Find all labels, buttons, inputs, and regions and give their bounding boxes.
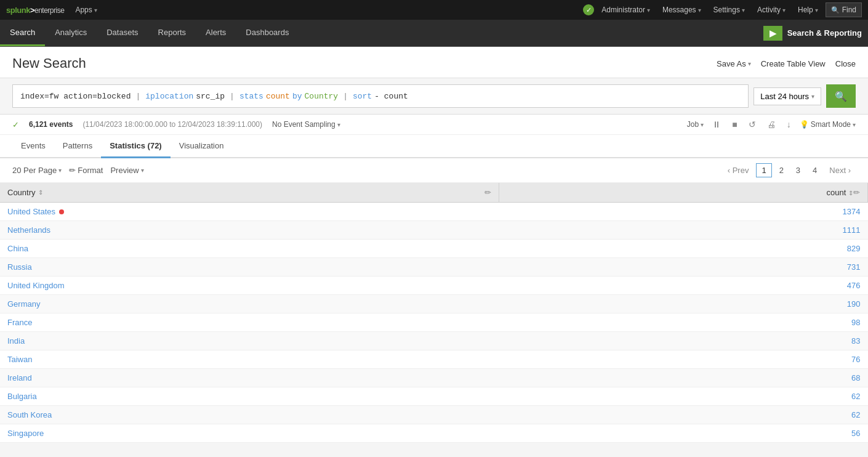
- count-cell: 731: [499, 258, 868, 277]
- find-input[interactable]: 🔍 Find: [826, 2, 862, 17]
- country-cell[interactable]: China: [0, 240, 499, 258]
- country-cell[interactable]: France: [0, 313, 499, 332]
- activity-menu[interactable]: Activity ▾: [752, 0, 790, 20]
- count-cell: 62: [499, 406, 868, 424]
- country-cell[interactable]: South Korea: [0, 406, 499, 424]
- splunk-logo: splunk>enterprise: [6, 6, 64, 15]
- save-as-button[interactable]: Save As ▾: [717, 59, 751, 68]
- status-checkmark: ✓: [12, 120, 19, 129]
- status-indicator: ✓: [583, 4, 594, 15]
- table-row: Russia731: [0, 258, 868, 277]
- count-cell: 56: [499, 424, 868, 443]
- count-cell: 1111: [499, 221, 868, 240]
- country-column-edit-icon[interactable]: ✏: [484, 188, 491, 197]
- status-bar: ✓ 6,121 events (11/04/2023 18:00:00.000 …: [0, 115, 868, 135]
- nav-reports[interactable]: Reports: [148, 20, 196, 46]
- count-column-edit-icon[interactable]: ✏: [853, 188, 860, 197]
- stop-button[interactable]: ■: [729, 118, 739, 131]
- page-1-button[interactable]: 1: [756, 163, 771, 177]
- table-header-row: Country ⇕ ✏ ✏ count ⇕: [0, 183, 868, 203]
- event-time-range: (11/04/2023 18:00:00.000 to 12/04/2023 1…: [82, 120, 262, 129]
- close-button[interactable]: Close: [835, 59, 856, 68]
- data-table: Country ⇕ ✏ ✏ count ⇕ United States1374N…: [0, 183, 868, 443]
- table-row: Germany190: [0, 295, 868, 313]
- country-cell[interactable]: Ireland: [0, 369, 499, 387]
- messages-menu[interactable]: Messages ▾: [657, 0, 706, 20]
- count-cell: 98: [499, 313, 868, 332]
- event-count: 6,121 events: [29, 120, 73, 129]
- count-cell: 1374: [499, 203, 868, 221]
- country-cell[interactable]: Netherlands: [0, 221, 499, 240]
- table-row: United Kingdom476: [0, 277, 868, 295]
- second-nav-right: ▶ Search & Reporting: [763, 20, 868, 46]
- time-picker[interactable]: Last 24 hours ▾: [753, 87, 821, 105]
- table-row: Taiwan76: [0, 350, 868, 369]
- status-right: Job ▾ ⏸ ■ ↺ 🖨 ↓ 💡 Smart Mode ▾: [687, 118, 856, 131]
- event-sampling-button[interactable]: No Event Sampling ▾: [272, 120, 340, 129]
- nav-alerts[interactable]: Alerts: [196, 20, 236, 46]
- column-header-count[interactable]: ✏ count ⇕: [499, 183, 868, 203]
- format-button[interactable]: ✏ Format: [69, 166, 103, 175]
- prev-page-button[interactable]: ‹ Prev: [723, 164, 754, 177]
- count-cell: 190: [499, 295, 868, 313]
- count-cell: 68: [499, 369, 868, 387]
- help-menu[interactable]: Help ▾: [793, 0, 823, 20]
- country-cell[interactable]: India: [0, 332, 499, 350]
- country-cell[interactable]: Germany: [0, 295, 499, 313]
- table-controls: 20 Per Page ▾ ✏ Format Preview ▾ ‹ Prev …: [0, 158, 868, 183]
- per-page-button[interactable]: 20 Per Page ▾: [12, 166, 62, 175]
- smart-mode-button[interactable]: 💡 Smart Mode ▾: [800, 120, 856, 129]
- export-button[interactable]: ↓: [784, 118, 794, 131]
- nav-search[interactable]: Search: [0, 20, 45, 46]
- count-cell: 76: [499, 350, 868, 369]
- country-cell[interactable]: Russia: [0, 258, 499, 277]
- table-row: South Korea62: [0, 406, 868, 424]
- settings-menu[interactable]: Settings ▾: [709, 0, 750, 20]
- job-button[interactable]: Job ▾: [687, 120, 704, 129]
- refresh-button[interactable]: ↺: [746, 118, 758, 131]
- print-button[interactable]: 🖨: [765, 118, 778, 131]
- table-row: France98: [0, 313, 868, 332]
- create-table-view-button[interactable]: Create Table View: [761, 59, 826, 68]
- tab-statistics[interactable]: Statistics (72): [101, 135, 171, 158]
- tab-events[interactable]: Events: [12, 135, 54, 158]
- country-cell[interactable]: Bulgaria: [0, 387, 499, 406]
- country-cell[interactable]: United Kingdom: [0, 277, 499, 295]
- apps-menu[interactable]: Apps ▾: [69, 0, 103, 20]
- country-cell[interactable]: United States: [0, 203, 499, 221]
- tab-patterns[interactable]: Patterns: [54, 135, 101, 158]
- table-row: Netherlands1111: [0, 221, 868, 240]
- nav-analytics[interactable]: Analytics: [45, 20, 97, 46]
- preview-button[interactable]: Preview ▾: [110, 166, 143, 175]
- administrator-menu[interactable]: Administrator ▾: [597, 0, 655, 20]
- tabs-bar: Events Patterns Statistics (72) Visualiz…: [0, 135, 868, 158]
- top-nav-right: ✓ Administrator ▾ Messages ▾ Settings ▾ …: [583, 0, 862, 20]
- country-cell[interactable]: Singapore: [0, 424, 499, 443]
- count-cell: 83: [499, 332, 868, 350]
- next-page-button[interactable]: Next ›: [824, 164, 856, 177]
- pause-button[interactable]: ⏸: [710, 118, 723, 131]
- second-navigation: Search Analytics Datasets Reports Alerts…: [0, 20, 868, 47]
- tab-visualization[interactable]: Visualization: [171, 135, 233, 158]
- count-cell: 829: [499, 240, 868, 258]
- page-4-button[interactable]: 4: [808, 164, 822, 177]
- page-2-button[interactable]: 2: [774, 164, 789, 177]
- page-3-button[interactable]: 3: [791, 164, 805, 177]
- page-actions: Save As ▾ Create Table View Close: [717, 59, 856, 68]
- search-bar-area: index=fw action=blocked | iplocation src…: [0, 78, 868, 115]
- search-input[interactable]: index=fw action=blocked | iplocation src…: [12, 84, 749, 108]
- page-title: New Search: [12, 55, 717, 71]
- country-cell[interactable]: Taiwan: [0, 350, 499, 369]
- search-submit-button[interactable]: 🔍: [826, 84, 856, 108]
- nav-dashboards[interactable]: Dashboards: [236, 20, 299, 46]
- column-header-country[interactable]: Country ⇕ ✏: [0, 183, 499, 203]
- pagination: ‹ Prev 1 2 3 4 Next ›: [723, 163, 856, 177]
- count-cell: 62: [499, 387, 868, 406]
- top-navigation: splunk>enterprise Apps ▾ ✓ Administrator…: [0, 0, 868, 20]
- search-reporting-btn[interactable]: ▶: [763, 26, 782, 41]
- page-header: New Search Save As ▾ Create Table View C…: [0, 47, 868, 78]
- count-cell: 476: [499, 277, 868, 295]
- dot-indicator: [59, 209, 64, 214]
- main-content: New Search Save As ▾ Create Table View C…: [0, 47, 868, 443]
- nav-datasets[interactable]: Datasets: [97, 20, 148, 46]
